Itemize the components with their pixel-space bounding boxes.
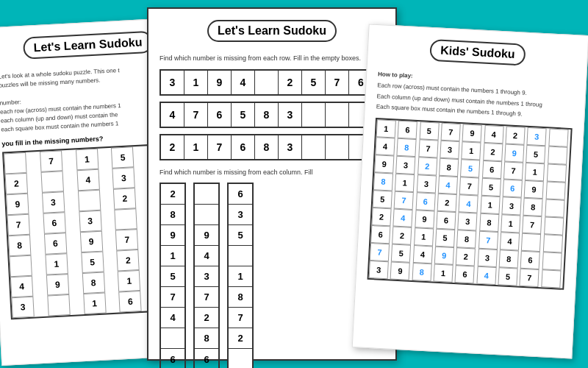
sudoku-cell: 9 (415, 210, 434, 228)
col-cell: 2 (161, 184, 184, 205)
left-cell: 6 (43, 212, 65, 234)
sudoku-cell (521, 233, 541, 252)
sudoku-cell: 6 (415, 192, 435, 210)
col-puzzle-grid: 9437286 (193, 183, 220, 368)
sudoku-cell: 1 (434, 264, 453, 283)
sudoku-cell: 7 (394, 191, 414, 210)
sudoku-cell: 3 (501, 197, 521, 215)
sudoku-cell: 7 (370, 243, 390, 261)
sudoku-cell: 8 (397, 138, 417, 157)
col-cell: 4 (195, 246, 218, 266)
row-cell: 8 (255, 135, 279, 159)
col-cell: 8 (161, 205, 184, 225)
sudoku-cell (547, 164, 567, 183)
col-cell (195, 184, 218, 205)
left-cell: 2 (113, 188, 136, 210)
row-cell: 4 (161, 103, 184, 127)
row-cell: 9 (208, 71, 232, 94)
row-cell: 6 (232, 135, 255, 159)
sudoku-cell (548, 129, 568, 147)
col-cell: 7 (229, 308, 252, 328)
row-cell: 6 (208, 103, 232, 127)
left-cell (47, 294, 70, 316)
row-cell (255, 71, 279, 94)
sudoku-cell (542, 252, 562, 270)
right-paper-title: Kids' Sudoku (429, 39, 526, 66)
sudoku-cell: 4 (484, 125, 503, 144)
col-grids: 2891574694372866351872 (159, 183, 384, 368)
right-sudoku-grid: 1657942348731295932856718134756957624138… (368, 118, 573, 290)
sudoku-cell: 9 (390, 262, 410, 280)
sudoku-cell: 2 (417, 157, 437, 175)
sudoku-cell: 2 (456, 247, 476, 266)
sudoku-cell: 1 (462, 142, 481, 160)
sudoku-cell: 1 (376, 119, 396, 138)
sudoku-cell: 7 (478, 231, 498, 250)
sudoku-cell: 3 (458, 212, 478, 230)
row-cell (302, 103, 326, 127)
col-subtitle: Find which number is missing from each c… (159, 168, 384, 177)
sudoku-cell: 9 (504, 144, 524, 163)
sudoku-cell: 3 (440, 141, 459, 159)
sudoku-cell: 3 (395, 156, 415, 174)
sudoku-cell: 5 (460, 159, 480, 177)
sudoku-cell: 6 (398, 121, 417, 139)
sudoku-cell: 3 (527, 127, 547, 146)
left-cell: 3 (112, 167, 135, 189)
sudoku-cell: 4 (375, 137, 395, 155)
sudoku-cell: 9 (434, 247, 454, 265)
sudoku-cell: 5 (481, 178, 501, 197)
col-puzzle-grid: 28915746 (159, 183, 186, 368)
middle-paper-subtitle: Find which number is missing from each r… (159, 54, 384, 63)
sudoku-cell: 4 (412, 245, 432, 263)
left-cell: 1 (76, 149, 98, 171)
row-cell: 7 (208, 135, 232, 159)
sudoku-cell: 8 (479, 213, 499, 232)
col-cell: 2 (229, 328, 252, 349)
left-cell: 8 (8, 235, 31, 257)
col-cell: 7 (195, 287, 218, 308)
sudoku-cell: 6 (520, 251, 540, 269)
row-cell: 8 (255, 103, 279, 127)
left-paper-title: Let's Learn Sudoku (23, 31, 153, 60)
sudoku-cell: 7 (459, 177, 479, 195)
row-cell: 4 (232, 71, 255, 94)
sudoku-cell: 6 (503, 180, 523, 198)
col-cell: 1 (229, 266, 252, 287)
col-puzzle-grid: 6351872 (227, 183, 254, 368)
row-cell: 3 (161, 71, 184, 94)
col-cell: 5 (229, 225, 252, 246)
sudoku-cell: 1 (395, 174, 415, 192)
sudoku-cell: 9 (374, 155, 394, 173)
left-cell: 2 (5, 173, 28, 195)
left-cell: 9 (79, 231, 102, 253)
sudoku-cell: 3 (369, 261, 389, 279)
sudoku-cell: 8 (523, 198, 543, 216)
middle-paper-title: Let's Learn Sudoku (207, 20, 337, 42)
row-puzzle-grid: 31942576 (159, 69, 384, 96)
left-cell (115, 208, 137, 230)
left-cell: 3 (42, 191, 65, 213)
sudoku-cell: 1 (480, 196, 500, 214)
col-cell: 7 (161, 287, 184, 308)
sudoku-cell: 5 (391, 244, 411, 263)
left-cell: 4 (10, 276, 33, 298)
col-cell (229, 246, 252, 266)
left-cell: 6 (44, 233, 67, 255)
sudoku-cell: 8 (456, 230, 476, 248)
col-cell: 3 (229, 205, 252, 225)
sudoku-cell: 4 (459, 194, 478, 213)
sudoku-cell: 1 (501, 214, 520, 233)
col-cell (161, 328, 184, 349)
sudoku-cell: 3 (477, 249, 497, 267)
sudoku-cell: 8 (412, 263, 431, 281)
sudoku-cell: 5 (435, 229, 455, 247)
sudoku-cell: 5 (526, 145, 545, 163)
sudoku-cell: 6 (482, 160, 502, 179)
left-cell: 7 (40, 150, 62, 172)
left-cell: 6 (119, 291, 142, 313)
left-cell: 5 (111, 146, 134, 169)
row-cell: 2 (279, 71, 302, 94)
col-cell: 8 (229, 287, 252, 308)
sudoku-cell: 1 (525, 163, 545, 181)
